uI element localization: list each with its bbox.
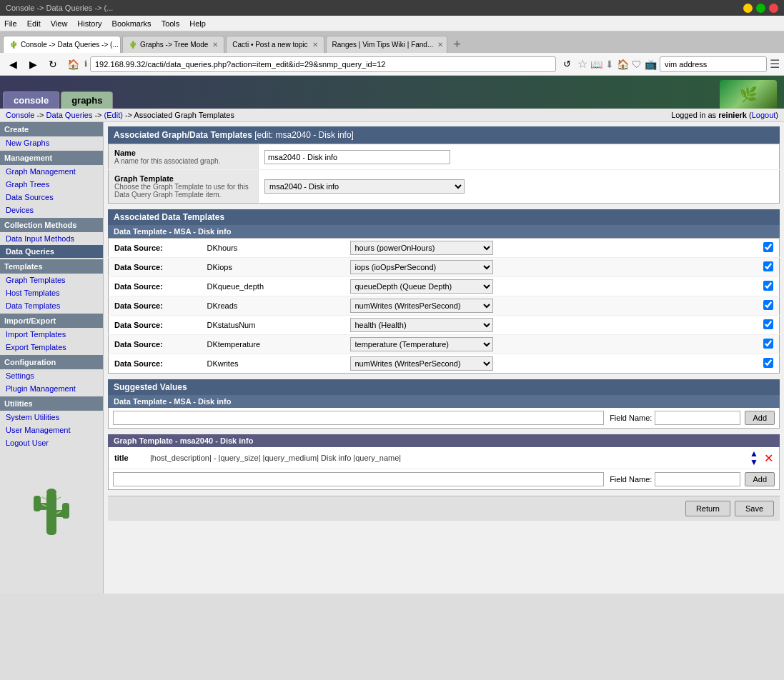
arrow-down-icon[interactable]: ▼: [750, 458, 758, 466]
address-bar[interactable]: [90, 56, 556, 72]
graphs-button[interactable]: graphs: [61, 91, 113, 109]
data-template-section-header: Data Template - MSA - Disk info: [108, 225, 780, 238]
logout-link[interactable]: Logout: [752, 111, 776, 119]
tab-1-label: Console -> Data Queries -> (...: [21, 41, 119, 49]
sidebar-item-settings[interactable]: Settings: [0, 369, 103, 382]
sidebar-item-data-sources[interactable]: Data Sources: [0, 191, 103, 204]
sv-add-button[interactable]: Add: [745, 411, 775, 425]
star-icon[interactable]: ☆: [577, 57, 587, 71]
console-button[interactable]: console: [3, 91, 59, 109]
menu-view[interactable]: View: [51, 19, 68, 28]
ds-checkbox-3[interactable]: [763, 281, 773, 291]
tab-4-close[interactable]: ✕: [437, 41, 443, 49]
sv-graph-text-input[interactable]: [113, 472, 604, 486]
download-icon[interactable]: ⬇: [605, 59, 614, 70]
tab-1-icon: 🌵: [9, 41, 18, 49]
breadcrumb-data-queries[interactable]: Data Queries: [46, 111, 93, 119]
tab-1[interactable]: 🌵 Console -> Data Queries -> (... ✕: [3, 36, 121, 53]
menu-help[interactable]: Help: [189, 19, 206, 28]
table-row: Data Source: DKwrites hours (powerOnHour…: [109, 354, 780, 374]
table-row: Data Source: DKiops hours (powerOnHours)…: [109, 258, 780, 277]
sidebar-item-data-queries[interactable]: Data Queries: [0, 245, 103, 258]
ds-checkbox-5[interactable]: [763, 319, 773, 329]
sv-field-name-input[interactable]: [655, 411, 740, 425]
sidebar-item-system-utilities[interactable]: System Utilities: [0, 411, 103, 424]
ds-checkbox-2[interactable]: [763, 261, 773, 271]
ds-select-2[interactable]: hours (powerOnHours) iops (ioOpsPerSecon…: [350, 260, 493, 274]
sidebar-item-new-graphs[interactable]: New Graphs: [0, 136, 103, 149]
home-button[interactable]: 🏠: [64, 56, 81, 73]
ds-select-1[interactable]: hours (powerOnHours) iops (ioOpsPerSecon…: [350, 241, 493, 255]
maximize-button[interactable]: [756, 4, 765, 13]
ds-checkbox-7[interactable]: [763, 358, 773, 368]
sidebar-item-data-input-methods[interactable]: Data Input Methods: [0, 232, 103, 245]
tab-3[interactable]: Cacti • Post a new topic ✕: [226, 36, 324, 53]
shield-icon[interactable]: 🛡: [632, 59, 642, 70]
sidebar-section-collection-methods: Collection Methods: [0, 218, 103, 232]
menu-bookmarks[interactable]: Bookmarks: [112, 19, 152, 28]
tab-3-close[interactable]: ✕: [312, 41, 318, 49]
menu-icon[interactable]: ☰: [770, 57, 780, 71]
browser-title: Console -> Data Queries -> (...: [6, 4, 113, 12]
lock-icon: ℹ: [84, 59, 87, 69]
tab-add-button[interactable]: +: [449, 36, 466, 53]
menu-tools[interactable]: Tools: [162, 19, 180, 28]
sv-graph-template-body: title |host_description| - |query_size| …: [108, 447, 780, 490]
menu-file[interactable]: File: [4, 19, 17, 28]
sidebar-item-user-management[interactable]: User Management: [0, 424, 103, 436]
sidebar-item-plugin-management[interactable]: Plugin Management: [0, 382, 103, 395]
suggested-values-header: Suggested Values: [108, 379, 780, 395]
ds-select-5[interactable]: hours (powerOnHours) iops (ioOpsPerSecon…: [350, 318, 493, 332]
tab-2-close[interactable]: ✕: [212, 41, 218, 49]
browser-menubar: File Edit View History Bookmarks Tools H…: [0, 16, 784, 31]
minimize-button[interactable]: [743, 4, 753, 13]
search-bar[interactable]: [660, 56, 767, 72]
ds-checkbox-4[interactable]: [763, 300, 773, 310]
tab-4[interactable]: Ranges | Vim Tips Wiki | Fand... ✕: [326, 36, 447, 53]
window-controls[interactable]: [743, 4, 778, 13]
graph-template-select[interactable]: msa2040 - Disk info: [264, 179, 465, 194]
sidebar-item-import-templates[interactable]: Import Templates: [0, 328, 103, 341]
ds-select-3[interactable]: hours (powerOnHours) iops (ioOpsPerSecon…: [350, 279, 493, 294]
ds-checkbox-cell-1: [725, 239, 779, 258]
reload-button[interactable]: ↻: [44, 56, 61, 73]
ds-checkbox-1[interactable]: [763, 242, 773, 252]
back-button[interactable]: ◀: [4, 56, 21, 73]
sv-graph-field-name-input[interactable]: [655, 472, 740, 486]
breadcrumb-edit[interactable]: (Edit): [104, 111, 123, 119]
home2-icon[interactable]: 🏠: [617, 59, 629, 70]
delete-icon[interactable]: ✕: [764, 451, 773, 465]
ds-select-6[interactable]: hours (powerOnHours) iops (ioOpsPerSecon…: [350, 337, 493, 351]
return-button[interactable]: Return: [685, 501, 730, 516]
ds-select-7[interactable]: hours (powerOnHours) iops (ioOpsPerSecon…: [350, 356, 493, 371]
ds-checkbox-cell-7: [725, 354, 779, 374]
ds-select-4[interactable]: hours (powerOnHours) iops (ioOpsPerSecon…: [350, 299, 493, 313]
forward-button[interactable]: ▶: [24, 56, 41, 73]
graph-template-label-cell: Graph Template Choose the Graph Template…: [109, 170, 259, 204]
save-button[interactable]: Save: [735, 501, 774, 516]
bookmark-icon[interactable]: 📖: [590, 59, 602, 70]
name-input[interactable]: [264, 150, 450, 164]
screen-icon[interactable]: 📺: [645, 59, 657, 70]
refresh-icon[interactable]: ↺: [559, 56, 575, 72]
sidebar-item-host-templates[interactable]: Host Templates: [0, 286, 103, 299]
ds-checkbox-6[interactable]: [763, 339, 773, 349]
menu-history[interactable]: History: [77, 19, 101, 28]
ds-checkbox-cell-2: [725, 258, 779, 277]
sidebar-item-devices[interactable]: Devices: [0, 204, 103, 216]
sidebar-item-graph-trees[interactable]: Graph Trees: [0, 178, 103, 191]
sidebar-item-graph-management[interactable]: Graph Management: [0, 165, 103, 178]
header-logo: 🌿: [113, 80, 784, 109]
sidebar-item-export-templates[interactable]: Export Templates: [0, 341, 103, 354]
breadcrumb-console[interactable]: Console: [6, 111, 34, 119]
sidebar-item-logout-user[interactable]: Logout User: [0, 436, 103, 449]
ds-checkbox-cell-4: [725, 296, 779, 316]
sidebar-item-data-templates[interactable]: Data Templates: [0, 299, 103, 312]
close-button[interactable]: [769, 4, 778, 13]
browser-tabbar: 🌵 Console -> Data Queries -> (... ✕ 🌵 Gr…: [0, 31, 784, 53]
menu-edit[interactable]: Edit: [27, 19, 41, 28]
sidebar-item-graph-templates[interactable]: Graph Templates: [0, 274, 103, 286]
sv-graph-add-button[interactable]: Add: [745, 472, 775, 486]
sv-data-text-input[interactable]: [113, 411, 604, 425]
tab-2[interactable]: 🌵 Graphs -> Tree Mode ✕: [122, 36, 224, 53]
